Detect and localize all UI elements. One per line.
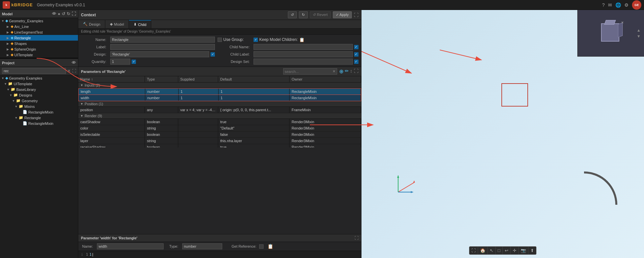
- child-label-checkbox[interactable]: [354, 52, 358, 57]
- language-icon[interactable]: 🌐: [615, 2, 621, 8]
- row-isselectable[interactable]: isSelectable boolean false Render3Mixin: [78, 131, 361, 138]
- cell-supplied: var x = 4; var y = -4; return { ...: [178, 107, 218, 113]
- tree-label: Mixins: [24, 105, 35, 109]
- design-input[interactable]: [110, 51, 209, 57]
- tree-node-icon: ◆: [11, 30, 13, 34]
- quantity-input[interactable]: [110, 59, 130, 65]
- help-icon[interactable]: ?: [602, 2, 605, 8]
- row-position[interactable]: position any var x = 4; var y = -4; retu…: [78, 107, 361, 113]
- proj-tree-uitemplate[interactable]: ▼ 📁 UITemplate: [0, 81, 78, 87]
- keep-model-children-label: Keep Model Children:: [259, 37, 298, 42]
- mail-icon[interactable]: ✉: [608, 2, 612, 8]
- nav-up-arrow[interactable]: ▲: [637, 28, 641, 33]
- proj-tree-baselibrary[interactable]: ▼ 📁 BaseLibrary: [0, 87, 78, 92]
- params-table: Name ↑ Type Supplied Default Owner ▼ Inp…: [78, 76, 361, 234]
- mini-viewport-close[interactable]: ✕: [621, 21, 624, 24]
- tree-item-rectangle[interactable]: ▶ ◆ Rectangle: [0, 35, 78, 41]
- proj-tree-geometry-examples[interactable]: ▼ ◆ Geometry Examples: [0, 75, 78, 81]
- params-search-input[interactable]: [285, 70, 331, 74]
- child-name-checkbox[interactable]: [354, 45, 358, 49]
- row-layer[interactable]: layer string this.nha.layer Render3Mixin: [78, 138, 361, 144]
- child-label-input[interactable]: [254, 51, 352, 57]
- project-search-input[interactable]: [2, 68, 66, 74]
- tab-design[interactable]: 🔨 Design: [78, 20, 105, 28]
- model-expand-icon[interactable]: ⛶: [72, 11, 76, 16]
- vt-rotate-btn[interactable]: ↩: [503, 247, 511, 254]
- undo-button[interactable]: ↺: [288, 11, 297, 18]
- revert-button[interactable]: ↺ Revert: [310, 11, 330, 18]
- project-eye-icon[interactable]: 👁: [72, 60, 76, 65]
- col-name: Name ↑: [78, 76, 145, 82]
- param-type-input[interactable]: [182, 243, 222, 249]
- app-logo: k kBRIDGE: [3, 1, 33, 9]
- use-group-checkbox[interactable]: [218, 38, 222, 42]
- group-label: Render (9): [85, 114, 102, 118]
- vt-export-btn[interactable]: ⬆: [528, 247, 536, 254]
- group-position[interactable]: ▼ Position (1): [78, 101, 361, 107]
- proj-tree-mixins[interactable]: ▼ 📁 Mixins: [0, 104, 78, 109]
- params-expand-icon[interactable]: ⛶: [354, 68, 358, 75]
- quantity-checkbox[interactable]: [132, 60, 136, 64]
- model-undo-icon[interactable]: ↺: [62, 11, 65, 16]
- proj-tree-rectanglemixin2[interactable]: ▶ 📄 RectangleMixin: [0, 121, 78, 126]
- mini-viewport[interactable]: ✕ ▲ ▼: [577, 10, 644, 57]
- model-eye-icon[interactable]: 👁: [52, 11, 56, 16]
- tree-item-uitemplate[interactable]: ▶ ◆ UITemplate: [0, 52, 78, 58]
- context-expand-icon[interactable]: ⛶: [354, 12, 358, 18]
- tree-item-arc-line[interactable]: ▶ ◆ Arc_Line: [0, 24, 78, 29]
- row-castshadow[interactable]: castShadow boolean true Render3Mixin: [78, 119, 361, 125]
- vt-select-btn[interactable]: □: [496, 247, 503, 254]
- get-reference-checkbox[interactable]: [259, 244, 264, 249]
- tree-item-geometry-examples[interactable]: ▼ ◆ Geometry_Examples: [0, 18, 78, 24]
- keep-model-children-checkbox[interactable]: [254, 38, 258, 42]
- child-label-label: Child Label:: [218, 52, 251, 56]
- apply-button[interactable]: ✓ Apply: [333, 11, 352, 18]
- label-input[interactable]: [110, 44, 215, 50]
- param-name-input[interactable]: [97, 243, 164, 249]
- child-form: Name: Use Group: Keep Model Children: 📋 …: [78, 35, 361, 67]
- name-input[interactable]: [110, 37, 215, 43]
- params-search-clear[interactable]: ✕: [332, 69, 335, 74]
- param-detail-expand-icon[interactable]: ⛶: [354, 236, 358, 240]
- table-scroll[interactable]: ▼ Inputs (2) length number 1 1 Rectangle…: [78, 83, 361, 147]
- group-render[interactable]: ▼ Render (9): [78, 113, 361, 119]
- child-name-input[interactable]: [254, 44, 352, 50]
- vt-move-btn[interactable]: ✛: [511, 247, 519, 254]
- params-edit-icon[interactable]: ✏: [345, 68, 349, 75]
- settings-icon[interactable]: ⚙: [624, 2, 629, 8]
- row-receiveshadow[interactable]: receiveShadow boolean true Render3Mixin: [78, 144, 361, 147]
- redo-button[interactable]: ↻: [299, 11, 308, 18]
- row-width[interactable]: width number 1 1 RectangleMixin: [78, 95, 361, 101]
- tree-item-linesegment[interactable]: ▶ ◆ LineSegmentTest: [0, 29, 78, 35]
- group-inputs[interactable]: ▼ Inputs (2): [78, 83, 361, 88]
- proj-tree-rectanglemixin[interactable]: ▶ 📄 RectangleMixin: [0, 109, 78, 115]
- params-sort-icon[interactable]: ↕: [350, 68, 352, 75]
- model-redo-icon[interactable]: ↻: [67, 11, 70, 16]
- vt-home-btn[interactable]: 🏠: [478, 247, 488, 254]
- row-length[interactable]: length number 1 1 RectangleMixin: [78, 88, 361, 95]
- project-search-expand[interactable]: ⛶: [72, 69, 76, 73]
- design-tab-icon: 🔨: [83, 22, 88, 26]
- params-add-icon[interactable]: ⊕: [339, 68, 343, 75]
- design-set-checkbox[interactable]: [354, 60, 358, 64]
- tree-item-shapes[interactable]: ▶ ◆ Shapes: [0, 41, 78, 46]
- tree-item-sphereorigin[interactable]: ▶ ◆ SphereOrigin: [0, 46, 78, 52]
- design-checkbox[interactable]: [211, 52, 215, 57]
- proj-tree-rectangle[interactable]: ▼ 📁 Rectangle: [0, 115, 78, 121]
- user-avatar[interactable]: GE: [632, 0, 641, 10]
- nav-down-arrow[interactable]: ▼: [637, 34, 641, 39]
- vt-camera-btn[interactable]: 📷: [519, 247, 528, 254]
- keep-children-file-icon[interactable]: 📋: [299, 37, 305, 42]
- tab-model[interactable]: ◆ Model: [105, 20, 129, 28]
- cell-default: 1: [219, 95, 290, 101]
- vt-fullscreen-btn[interactable]: ⛶: [469, 247, 478, 254]
- model-dot-icon[interactable]: ●: [58, 11, 60, 16]
- param-file-icon[interactable]: 📋: [268, 244, 273, 249]
- proj-tree-geometry[interactable]: ▼ 📁 Geometry: [0, 98, 78, 104]
- tab-child[interactable]: ⬇ Child: [129, 20, 151, 28]
- row-color[interactable]: color string "Default" Render3Mixin: [78, 125, 361, 131]
- vt-cursor-btn[interactable]: ↖: [488, 247, 496, 254]
- design-set-input[interactable]: [254, 59, 352, 65]
- proj-tree-designs[interactable]: ▼ 📁 Designs: [0, 92, 78, 98]
- project-search-clear[interactable]: ✕: [67, 69, 71, 73]
